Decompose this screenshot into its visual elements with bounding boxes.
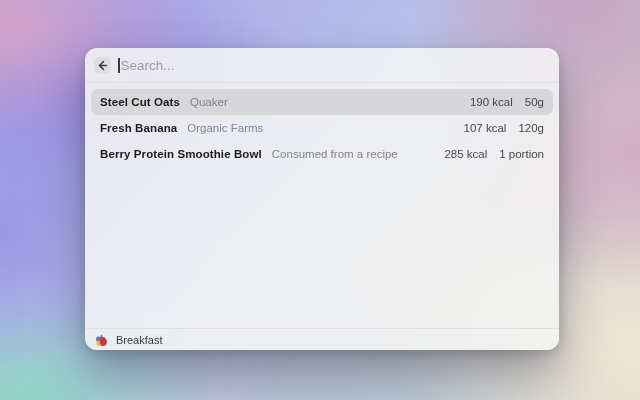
search-input[interactable] [120,58,551,73]
food-calories: 107 kcal [464,122,507,134]
search-field-wrap [118,55,550,75]
row-left: Berry Protein Smoothie Bowl Consumed fro… [100,148,398,160]
food-name: Berry Protein Smoothie Bowl [100,148,262,160]
food-subtitle: Organic Farms [187,122,263,134]
arrow-left-icon [97,60,108,71]
search-window: Steel Cut Oats Quaker 190 kcal 50g Fresh… [85,48,559,350]
row-right: 285 kcal 1 portion [444,148,544,160]
food-subtitle: Consumed from a recipe [272,148,398,160]
row-left: Fresh Banana Organic Farms [100,122,263,134]
result-list: Steel Cut Oats Quaker 190 kcal 50g Fresh… [85,83,559,173]
food-name: Fresh Banana [100,122,177,134]
food-amount: 1 portion [499,148,544,160]
app-logo-icon [95,333,108,346]
row-left: Steel Cut Oats Quaker [100,96,228,108]
result-row-steel-cut-oats[interactable]: Steel Cut Oats Quaker 190 kcal 50g [91,89,553,115]
result-row-fresh-banana[interactable]: Fresh Banana Organic Farms 107 kcal 120g [91,115,553,141]
footer-label: Breakfast [116,334,162,346]
food-calories: 285 kcal [444,148,487,160]
food-amount: 120g [518,122,544,134]
search-bar [85,48,559,83]
row-right: 190 kcal 50g [470,96,544,108]
food-calories: 190 kcal [470,96,513,108]
food-amount: 50g [525,96,544,108]
food-subtitle: Quaker [190,96,228,108]
row-right: 107 kcal 120g [464,122,544,134]
result-row-berry-protein-smoothie-bowl[interactable]: Berry Protein Smoothie Bowl Consumed fro… [91,141,553,167]
food-name: Steel Cut Oats [100,96,180,108]
back-button[interactable] [94,57,111,74]
footer-bar: Breakfast [85,328,559,350]
empty-results-area [85,173,559,328]
